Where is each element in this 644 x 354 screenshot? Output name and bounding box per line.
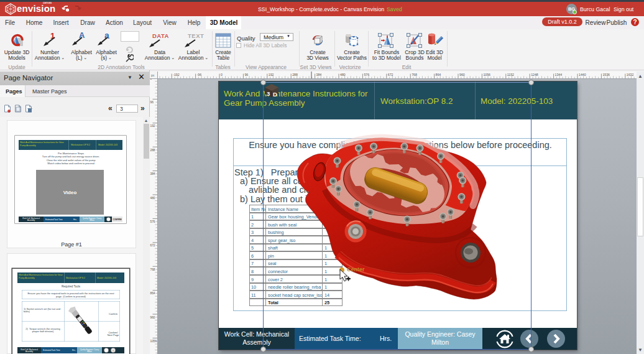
svg-text:1536: 1536 <box>602 73 610 77</box>
svg-text:-192: -192 <box>173 73 179 77</box>
svg-text:0: 0 <box>221 73 223 77</box>
svg-text:1632: 1632 <box>627 73 634 77</box>
svg-text:1344: 1344 <box>555 73 563 77</box>
svg-text:1440: 1440 <box>579 73 586 77</box>
svg-text:864: 864 <box>436 73 441 77</box>
svg-text:672: 672 <box>388 73 393 77</box>
svg-text:-96: -96 <box>197 73 202 77</box>
svg-text:672: 672 <box>150 244 155 247</box>
svg-text:768: 768 <box>412 73 417 77</box>
svg-text:864: 864 <box>150 292 155 295</box>
svg-text:480: 480 <box>150 197 155 200</box>
svg-text:96: 96 <box>150 101 154 104</box>
svg-text:960: 960 <box>459 73 465 77</box>
svg-text:384: 384 <box>316 73 322 77</box>
svg-text:960: 960 <box>150 316 155 319</box>
svg-text:288: 288 <box>292 73 298 77</box>
svg-text:768: 768 <box>150 268 155 271</box>
svg-text:1152: 1152 <box>507 73 514 77</box>
svg-text:1056: 1056 <box>483 73 490 77</box>
svg-text:192: 192 <box>150 124 155 128</box>
svg-text:D: D <box>273 91 277 98</box>
svg-text:3: 3 <box>267 90 270 97</box>
svg-text:576: 576 <box>364 73 369 77</box>
svg-text:96: 96 <box>244 73 248 77</box>
svg-text:288: 288 <box>150 149 155 152</box>
svg-text:576: 576 <box>150 220 155 223</box>
svg-text:192: 192 <box>269 73 274 77</box>
svg-text:480: 480 <box>340 73 346 77</box>
svg-text:1248: 1248 <box>531 73 538 77</box>
svg-text:0: 0 <box>150 79 152 80</box>
svg-text:384: 384 <box>150 172 155 175</box>
